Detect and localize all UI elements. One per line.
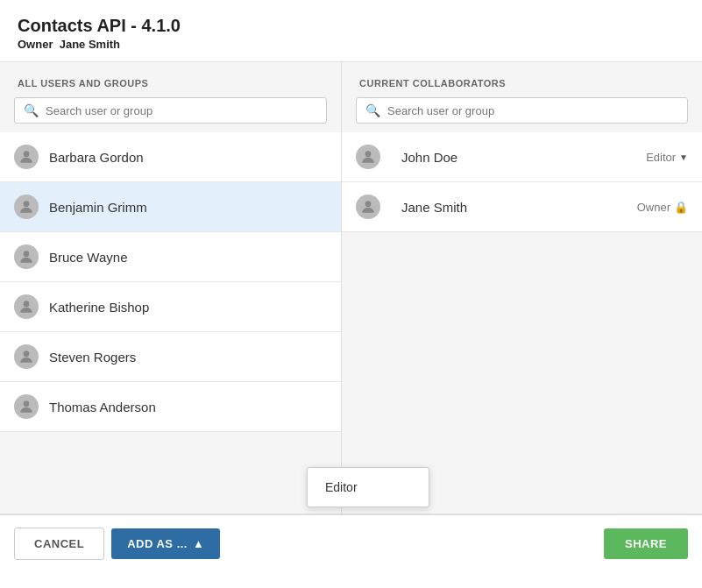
user-avatar bbox=[14, 244, 39, 269]
svg-point-7 bbox=[365, 201, 372, 207]
svg-point-6 bbox=[365, 151, 372, 157]
cancel-button[interactable]: CANCEL bbox=[14, 528, 104, 560]
right-search-bar[interactable]: 🔍 bbox=[356, 97, 688, 124]
collab-name: Jane Smith bbox=[401, 200, 637, 215]
svg-point-2 bbox=[24, 251, 30, 257]
right-panel: CURRENT COLLABORATORS 🔍 John Doe Editor … bbox=[342, 62, 702, 514]
user-name: Benjamin Grimm bbox=[49, 200, 147, 215]
left-search-input[interactable] bbox=[46, 104, 317, 117]
svg-point-1 bbox=[24, 201, 30, 207]
person-icon bbox=[359, 198, 377, 216]
user-name: Steven Rogers bbox=[49, 350, 136, 365]
collab-role[interactable]: Editor ▼ bbox=[646, 151, 688, 164]
user-name: Katherine Bishop bbox=[49, 300, 149, 315]
user-name: Bruce Wayne bbox=[49, 250, 127, 265]
user-list-item[interactable]: Benjamin Grimm bbox=[0, 182, 341, 232]
share-button[interactable]: SHARE bbox=[604, 528, 688, 559]
add-as-label: ADD AS ... bbox=[127, 537, 188, 550]
collaborator-list: John Doe Editor ▼ Jane Smith Owner 🔒 bbox=[342, 132, 702, 232]
user-avatar bbox=[14, 145, 39, 169]
add-as-chevron-icon: ▲ bbox=[193, 537, 204, 550]
user-avatar bbox=[14, 344, 39, 369]
user-avatar bbox=[14, 195, 39, 219]
owner-label: Owner Jane Smith bbox=[18, 38, 684, 51]
footer: CANCEL ADD AS ... ▲ Editor SHARE bbox=[0, 514, 702, 571]
person-icon bbox=[18, 198, 35, 216]
person-icon bbox=[18, 398, 35, 415]
person-icon bbox=[18, 348, 35, 365]
collab-avatar bbox=[356, 145, 380, 169]
collab-avatar bbox=[356, 195, 380, 219]
left-panel-heading: ALL USERS AND GROUPS bbox=[0, 62, 341, 97]
chevron-down-icon: ▼ bbox=[679, 152, 688, 162]
user-name: Thomas Anderson bbox=[49, 400, 156, 414]
add-as-button[interactable]: ADD AS ... ▲ bbox=[111, 528, 220, 559]
collaborator-item: John Doe Editor ▼ bbox=[342, 132, 702, 182]
person-icon bbox=[18, 298, 35, 315]
user-list-item[interactable]: Barbara Gordon bbox=[0, 132, 341, 182]
svg-point-0 bbox=[24, 151, 30, 157]
person-icon bbox=[359, 148, 377, 166]
role-dropdown-popup: Editor bbox=[307, 467, 429, 507]
main-content: ALL USERS AND GROUPS 🔍 Barbara Gordon Be… bbox=[0, 62, 702, 514]
header: Contacts API - 4.1.0 Owner Jane Smith bbox=[0, 0, 702, 62]
user-avatar bbox=[14, 294, 39, 319]
right-search-icon: 🔍 bbox=[365, 103, 380, 117]
collab-name: John Doe bbox=[401, 150, 646, 165]
user-avatar bbox=[14, 394, 39, 419]
page-title: Contacts API - 4.1.0 bbox=[18, 16, 684, 36]
svg-point-5 bbox=[24, 400, 30, 407]
left-search-icon: 🔍 bbox=[24, 103, 39, 117]
svg-point-3 bbox=[24, 301, 30, 307]
user-list-item[interactable]: Bruce Wayne bbox=[0, 232, 341, 282]
lock-icon: 🔒 bbox=[674, 201, 688, 214]
right-search-input[interactable] bbox=[387, 104, 678, 117]
user-name: Barbara Gordon bbox=[49, 150, 144, 165]
user-list: Barbara Gordon Benjamin Grimm Bruce Wayn… bbox=[0, 132, 341, 514]
collab-role: Owner 🔒 bbox=[637, 201, 688, 214]
left-search-bar[interactable]: 🔍 bbox=[14, 97, 327, 124]
svg-point-4 bbox=[24, 351, 30, 357]
collaborator-item: Jane Smith Owner 🔒 bbox=[342, 182, 702, 232]
person-icon bbox=[18, 248, 35, 266]
right-panel-heading: CURRENT COLLABORATORS bbox=[342, 62, 702, 97]
owner-label-text: Owner bbox=[18, 38, 53, 51]
user-list-item[interactable]: Steven Rogers bbox=[0, 332, 341, 382]
user-list-item[interactable]: Thomas Anderson bbox=[0, 382, 341, 432]
left-panel: ALL USERS AND GROUPS 🔍 Barbara Gordon Be… bbox=[0, 62, 342, 514]
person-icon bbox=[18, 148, 35, 166]
dropdown-item-editor[interactable]: Editor bbox=[308, 468, 429, 507]
owner-name: Jane Smith bbox=[60, 38, 120, 51]
user-list-item[interactable]: Katherine Bishop bbox=[0, 282, 341, 332]
